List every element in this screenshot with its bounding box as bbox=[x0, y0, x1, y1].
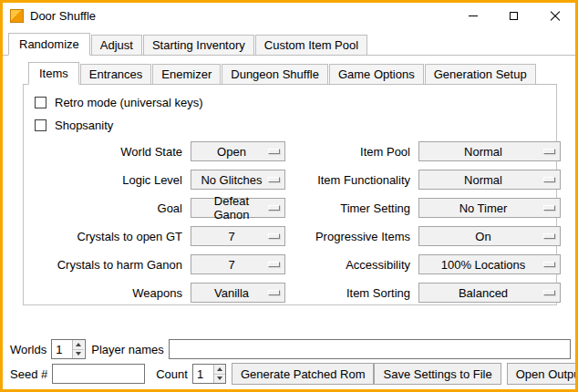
seed-input[interactable] bbox=[52, 364, 145, 384]
label-weapons: Weapons bbox=[24, 286, 184, 300]
spin-arrows bbox=[213, 365, 225, 383]
maximize-button[interactable] bbox=[493, 3, 534, 29]
tab-label: Items bbox=[39, 67, 68, 80]
label-crystals-open-gt: Crystals to open GT bbox=[24, 230, 184, 243]
dropdown-goal[interactable]: Defeat Ganon bbox=[191, 198, 285, 218]
dropdown-timer-setting[interactable]: No Timer bbox=[418, 198, 561, 218]
worlds-label: Worlds bbox=[10, 343, 46, 356]
tab-items[interactable]: Items bbox=[28, 62, 79, 85]
label-goal: Goal bbox=[24, 201, 184, 215]
dropdown-item-functionality[interactable]: Normal bbox=[418, 170, 561, 190]
dropdown-weapons[interactable]: Vanilla bbox=[191, 283, 285, 303]
dropdown-indicator-icon bbox=[543, 205, 555, 211]
dropdown-value: No Timer bbox=[427, 201, 540, 215]
outer-tab-bar: Randomize Adjust Starting Inventory Cust… bbox=[3, 29, 575, 56]
worlds-input[interactable] bbox=[52, 340, 72, 358]
dropdown-indicator-icon bbox=[268, 233, 280, 239]
dropdown-value: Defeat Ganon bbox=[199, 194, 264, 222]
tab-label: Custom Item Pool bbox=[264, 38, 358, 52]
dropdown-value: Open bbox=[199, 145, 264, 159]
dropdown-value: Normal bbox=[427, 145, 540, 159]
dropdown-indicator-icon bbox=[268, 290, 280, 295]
dropdown-indicator-icon bbox=[268, 177, 280, 182]
minimize-button[interactable] bbox=[452, 3, 493, 29]
label-crystals-harm-ganon: Crystals to harm Ganon bbox=[24, 258, 184, 272]
tab-label: Game Options bbox=[338, 67, 415, 81]
dropdown-crystals-open-gt[interactable]: 7 bbox=[191, 226, 285, 246]
tab-starting-inventory[interactable]: Starting Inventory bbox=[143, 35, 254, 55]
dropdown-progressive-items[interactable]: On bbox=[418, 226, 561, 246]
dropdown-item-sorting[interactable]: Balanced bbox=[418, 283, 561, 303]
checkbox-label: Shopsanity bbox=[55, 119, 113, 132]
player-names-input[interactable] bbox=[169, 339, 571, 359]
inner-tab-bar: Items Entrances Enemizer Dungeon Shuffle… bbox=[23, 62, 557, 85]
dropdown-indicator-icon bbox=[268, 149, 280, 154]
dropdown-indicator-icon bbox=[268, 205, 280, 211]
checkbox-box-icon[interactable] bbox=[35, 97, 46, 108]
app-icon bbox=[10, 9, 24, 23]
spin-up-icon bbox=[217, 367, 222, 371]
tab-label: Enemizer bbox=[161, 67, 212, 81]
dropdown-accessibility[interactable]: 100% Locations bbox=[418, 254, 561, 274]
checkbox-label: Retro mode (universal keys) bbox=[55, 96, 203, 109]
dropdown-logic-level[interactable]: No Glitches bbox=[191, 170, 285, 190]
worlds-spinbox[interactable] bbox=[51, 339, 86, 359]
count-input[interactable] bbox=[193, 365, 213, 383]
worlds-row: Worlds Player names bbox=[7, 339, 571, 359]
tab-game-options[interactable]: Game Options bbox=[329, 64, 424, 84]
close-button[interactable] bbox=[534, 3, 575, 29]
tab-dungeon-shuffle[interactable]: Dungeon Shuffle bbox=[222, 64, 328, 84]
dropdown-indicator-icon bbox=[543, 149, 555, 154]
player-names-label: Player names bbox=[91, 343, 163, 356]
dropdown-value: Normal bbox=[427, 173, 540, 187]
bottom-bar: Worlds Player names Seed # Count bbox=[3, 336, 575, 389]
spin-down-button[interactable] bbox=[214, 374, 225, 384]
spin-arrows bbox=[72, 340, 84, 358]
spin-down-button[interactable] bbox=[73, 349, 84, 359]
label-progressive-items: Progressive Items bbox=[292, 230, 412, 243]
tab-custom-item-pool[interactable]: Custom Item Pool bbox=[255, 35, 367, 55]
tab-adjust[interactable]: Adjust bbox=[91, 35, 142, 55]
tab-label: Randomize bbox=[19, 37, 79, 51]
items-panel: Retro mode (universal keys) Shopsanity W… bbox=[23, 85, 557, 305]
dropdown-indicator-icon bbox=[543, 177, 555, 182]
label-accessibility: Accessibility bbox=[292, 258, 412, 272]
tab-enemizer[interactable]: Enemizer bbox=[152, 64, 221, 84]
close-icon bbox=[550, 11, 561, 22]
save-settings-button[interactable]: Save Settings to File bbox=[374, 363, 501, 385]
dropdown-value: Vanilla bbox=[199, 286, 264, 300]
dropdown-value: No Glitches bbox=[199, 173, 264, 187]
dropdown-value: Balanced bbox=[427, 286, 540, 300]
tab-label: Adjust bbox=[100, 38, 133, 52]
label-timer-setting: Timer Setting bbox=[292, 201, 412, 215]
dropdown-world-state[interactable]: Open bbox=[191, 141, 285, 161]
dropdown-indicator-icon bbox=[543, 290, 555, 295]
dropdown-value: 100% Locations bbox=[427, 258, 540, 272]
count-label: Count bbox=[156, 367, 188, 381]
tab-randomize[interactable]: Randomize bbox=[8, 33, 90, 56]
tab-label: Entrances bbox=[89, 67, 143, 81]
checkbox-retro-mode[interactable]: Retro mode (universal keys) bbox=[35, 96, 556, 109]
open-output-directory-button[interactable]: Open Output Directory bbox=[507, 363, 578, 385]
tab-label: Starting Inventory bbox=[152, 38, 245, 52]
spin-up-button[interactable] bbox=[73, 340, 84, 349]
generate-patched-rom-button[interactable]: Generate Patched Rom bbox=[232, 363, 375, 385]
label-item-sorting: Item Sorting bbox=[292, 286, 412, 300]
seed-label: Seed # bbox=[10, 367, 47, 381]
tab-entrances[interactable]: Entrances bbox=[80, 64, 152, 84]
dropdown-crystals-harm-ganon[interactable]: 7 bbox=[191, 254, 285, 274]
count-spinbox[interactable] bbox=[192, 364, 226, 384]
titlebar[interactable]: Door Shuffle bbox=[3, 3, 575, 29]
tab-generation-setup[interactable]: Generation Setup bbox=[425, 64, 536, 84]
randomize-panel: Items Entrances Enemizer Dungeon Shuffle… bbox=[23, 62, 557, 305]
spin-up-button[interactable] bbox=[214, 365, 225, 374]
label-item-pool: Item Pool bbox=[292, 145, 412, 159]
maximize-icon bbox=[510, 12, 518, 20]
dropdown-item-pool[interactable]: Normal bbox=[418, 141, 561, 161]
window-title: Door Shuffle bbox=[30, 9, 96, 23]
tab-label: Dungeon Shuffle bbox=[231, 67, 319, 81]
checkbox-box-icon[interactable] bbox=[35, 119, 46, 131]
spin-up-icon bbox=[76, 343, 81, 346]
checkbox-shopsanity[interactable]: Shopsanity bbox=[35, 119, 556, 132]
window-controls bbox=[452, 3, 575, 29]
